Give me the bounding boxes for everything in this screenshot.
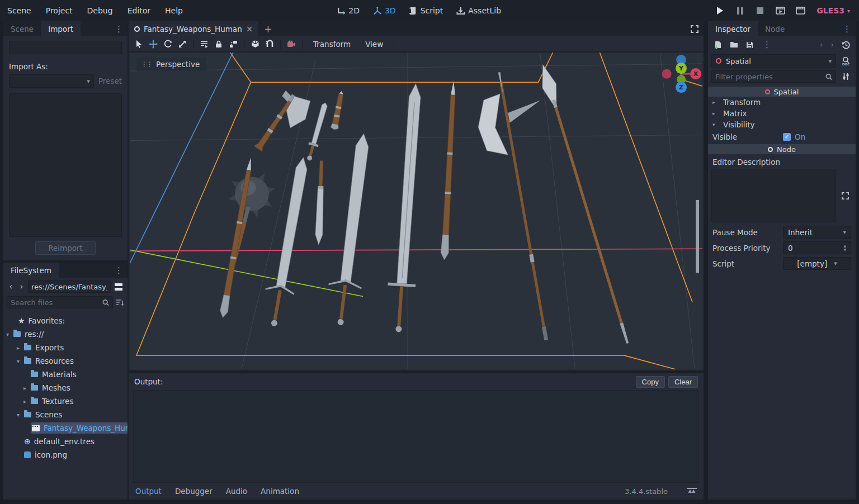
collapse-arrow-icon[interactable]: ▾ — [6, 331, 13, 337]
close-icon[interactable]: × — [246, 24, 253, 34]
node-type-dropdown[interactable]: Spatial ▾ — [711, 54, 836, 68]
fs-item-textures[interactable]: ▸ Textures — [3, 394, 128, 408]
fs-item-resources[interactable]: ▾ Resources — [3, 354, 128, 368]
history-button[interactable] — [839, 39, 852, 51]
pause-mode-dropdown[interactable]: Inherit ▾ — [783, 226, 851, 239]
weapon-halberd[interactable] — [470, 66, 582, 345]
fs-item-materials[interactable]: Materials — [3, 368, 128, 381]
import-resource-field[interactable] — [9, 41, 122, 54]
weapon-invsword[interactable] — [315, 161, 325, 245]
filter-input[interactable] — [715, 73, 825, 81]
weapon-longsword[interactable] — [324, 131, 380, 327]
snap-button[interactable] — [263, 38, 276, 50]
bottom-tab-debugger[interactable]: Debugger — [175, 487, 213, 496]
search-input[interactable] — [11, 298, 102, 307]
fs-item-fantasy-weapons[interactable]: Fantasy_Weapons_Hum — [3, 421, 128, 435]
rotate-tool-button[interactable] — [161, 38, 174, 50]
local-space-button[interactable] — [248, 38, 262, 50]
weapon-sliver[interactable] — [696, 200, 699, 273]
weapon-greatsword[interactable] — [385, 83, 430, 333]
list-select-button[interactable] — [197, 38, 211, 50]
group-transform[interactable]: ▸ Transform — [708, 97, 856, 108]
group-button[interactable] — [226, 38, 240, 50]
transform-menu[interactable]: Transform — [306, 40, 357, 49]
sort-icon[interactable] — [116, 299, 124, 306]
weapon-longsword[interactable] — [259, 155, 318, 329]
filter-field[interactable] — [711, 70, 836, 83]
nav-forward-icon[interactable]: › — [17, 282, 26, 292]
collapse-arrow-icon[interactable]: ▾ — [17, 358, 24, 364]
reimport-button[interactable]: Reimport — [35, 241, 96, 255]
history-forward-icon[interactable]: › — [828, 40, 837, 49]
bottom-tab-audio[interactable]: Audio — [226, 487, 247, 496]
weapon-dagger[interactable] — [331, 91, 346, 131]
workspace-2d[interactable]: 2D — [331, 0, 365, 21]
expand-icon[interactable] — [842, 192, 849, 199]
menu-project[interactable]: Project — [39, 0, 80, 21]
tab-scene[interactable]: Scene — [3, 21, 41, 36]
fs-item-default-env[interactable]: ⊕ default_env.tres — [3, 435, 128, 448]
expand-arrow-icon[interactable]: ▸ — [23, 385, 31, 391]
path-field[interactable] — [28, 280, 111, 293]
group-visibility[interactable]: ▾ Visibility — [708, 119, 856, 130]
fs-item-icon-png[interactable]: icon.png — [3, 448, 128, 462]
open-docs-button[interactable]: DOC — [839, 55, 852, 67]
play-button[interactable] — [712, 3, 727, 18]
tab-import[interactable]: Import — [41, 21, 81, 36]
fs-item-exports[interactable]: ▸ Exports — [3, 341, 128, 354]
move-tool-button[interactable] — [147, 38, 160, 50]
nav-back-icon[interactable]: ‹ — [7, 282, 15, 292]
path-input[interactable] — [31, 283, 107, 291]
section-header-node[interactable]: Node — [708, 144, 856, 154]
script-dropdown[interactable]: [empty] ▾ — [783, 257, 851, 270]
view-menu[interactable]: View — [358, 40, 390, 49]
play-custom-scene-button[interactable] — [793, 3, 808, 18]
search-field[interactable] — [7, 296, 113, 308]
play-scene-button[interactable] — [773, 3, 787, 18]
workspace-script[interactable]: Script — [404, 0, 449, 21]
group-matrix[interactable]: ▸ Matrix — [708, 108, 856, 119]
copy-button[interactable]: Copy — [636, 376, 665, 388]
history-back-icon[interactable]: ‹ — [817, 40, 826, 49]
renderer-dropdown[interactable]: GLES3 ▾ — [813, 6, 853, 15]
distraction-free-button[interactable] — [686, 25, 704, 33]
dock-menu-icon[interactable]: ⋮ — [838, 21, 856, 36]
import-as-dropdown[interactable]: ▾ — [9, 74, 94, 88]
new-resource-button[interactable] — [711, 39, 725, 51]
weapon-scabbard[interactable] — [441, 80, 458, 260]
weapon-spear[interactable] — [536, 63, 635, 346]
fs-item-favorites[interactable]: ★ Favorites: — [3, 314, 128, 327]
editor-description-textarea[interactable] — [711, 169, 836, 222]
preset-button[interactable]: Preset — [98, 77, 122, 85]
workspace-3d[interactable]: 3D — [367, 0, 402, 21]
tab-inspector[interactable]: Inspector — [708, 21, 758, 36]
scene-tab-active[interactable]: Fantasy_Weapons_Human × — [129, 21, 258, 36]
viewport-3d[interactable]: YXZ ⋮⋮ Perspective — [130, 53, 702, 369]
workspace-assetlib[interactable]: AssetLib — [451, 0, 507, 21]
fs-item-res[interactable]: ▾ res:// — [3, 327, 128, 341]
new-scene-tab-button[interactable]: + — [258, 23, 277, 35]
save-resource-button[interactable] — [743, 39, 756, 51]
tab-node[interactable]: Node — [758, 21, 792, 36]
bottom-tab-output[interactable]: Output — [135, 487, 162, 496]
section-header-spatial[interactable]: Spatial — [708, 87, 856, 97]
output-log[interactable] — [133, 390, 699, 483]
resource-menu-icon[interactable]: ⋮ — [758, 37, 776, 53]
stop-button[interactable] — [753, 3, 767, 18]
override-camera-button[interactable] — [285, 38, 298, 50]
display-mode-button[interactable] — [113, 281, 124, 292]
collapse-panel-icon[interactable]: ▲▲ — [687, 488, 697, 495]
select-tool-button[interactable] — [132, 38, 145, 50]
expand-arrow-icon[interactable]: ▸ — [17, 345, 24, 351]
projection-dropdown[interactable]: ⋮⋮ Perspective — [136, 58, 206, 71]
bottom-tab-animation[interactable]: Animation — [261, 487, 299, 496]
dock-menu-icon[interactable]: ⋮ — [110, 21, 128, 36]
scale-tool-button[interactable] — [176, 38, 189, 50]
tab-filesystem[interactable]: FileSystem — [3, 263, 59, 278]
fs-item-scenes[interactable]: ▾ Scenes — [3, 408, 128, 421]
menu-help[interactable]: Help — [158, 0, 190, 21]
menu-debug[interactable]: Debug — [80, 0, 120, 21]
expand-arrow-icon[interactable]: ▸ — [23, 398, 31, 405]
collapse-arrow-icon[interactable]: ▾ — [17, 412, 24, 418]
visible-checkbox[interactable]: ✓ — [783, 133, 791, 141]
